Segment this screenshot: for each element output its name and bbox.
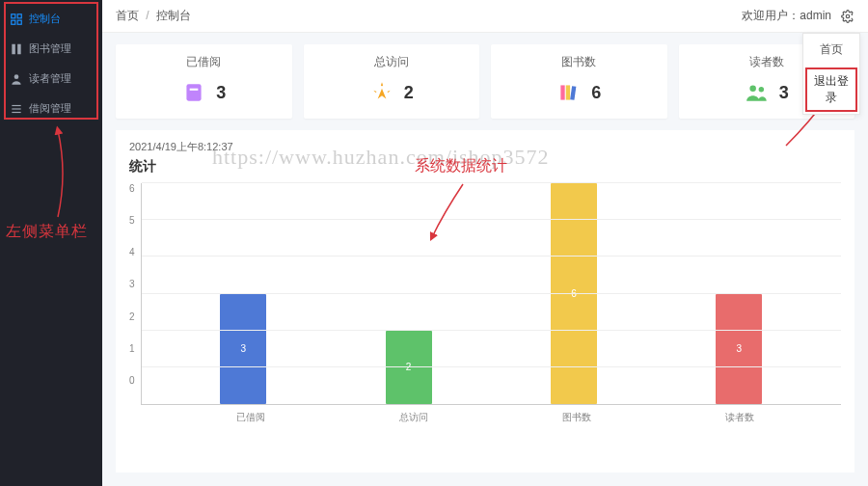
sidebar-item-label: 控制台 — [29, 12, 61, 26]
stat-value: 6 — [591, 83, 601, 103]
y-tick: 0 — [129, 375, 135, 386]
grid-line — [142, 330, 841, 331]
sidebar-item-label: 借阅管理 — [29, 101, 71, 116]
grid-line — [142, 256, 841, 256]
sidebar-item-label: 图书管理 — [29, 41, 71, 56]
svg-rect-0 — [12, 14, 15, 17]
dashboard-icon — [10, 13, 23, 26]
stats-row: 已借阅 3 总访问 2 图书数 — [102, 33, 868, 126]
svg-rect-11 — [561, 85, 565, 99]
svg-rect-12 — [566, 85, 570, 99]
x-tick: 读者数 — [659, 411, 822, 424]
books-icon — [556, 80, 582, 105]
user-area: 欢迎用户：admin — [742, 8, 854, 24]
stat-title: 图书数 — [491, 54, 667, 70]
stat-card-books: 图书数 6 — [491, 44, 667, 119]
topbar: 首页 / 控制台 欢迎用户：admin — [102, 0, 868, 33]
click-icon — [369, 80, 394, 105]
chart-x-axis: 已借阅总访问图书数读者数 — [141, 405, 841, 424]
annotation-arrow-sidebar — [39, 125, 77, 222]
stat-card-visits: 总访问 2 — [304, 44, 480, 119]
stat-value: 3 — [779, 83, 789, 103]
stat-title: 已借阅 — [116, 54, 292, 70]
stat-value: 3 — [216, 83, 226, 103]
chart-plot-area: 3263 — [141, 183, 841, 405]
stat-value: 2 — [404, 83, 414, 103]
borrow-icon — [181, 80, 206, 105]
grid-line — [142, 182, 841, 183]
breadcrumb: 首页 / 控制台 — [116, 8, 191, 24]
breadcrumb-home[interactable]: 首页 — [116, 9, 139, 22]
y-tick: 2 — [129, 311, 135, 322]
stat-card-borrowed: 已借阅 3 — [116, 44, 292, 119]
svg-rect-13 — [570, 86, 576, 100]
stat-title: 总访问 — [304, 54, 480, 70]
grid-line — [142, 219, 841, 220]
panel-title: 统计 — [129, 158, 841, 176]
breadcrumb-current: 控制台 — [156, 9, 191, 22]
dropdown-item-logout[interactable]: 退出登录 — [805, 68, 857, 112]
svg-point-8 — [846, 14, 850, 18]
grid-line — [142, 366, 841, 367]
svg-rect-9 — [187, 84, 202, 100]
y-tick: 3 — [129, 279, 135, 289]
chart: 6543210 3263 已借阅总访问图书数读者数 — [129, 183, 841, 424]
x-tick: 图书数 — [496, 411, 659, 424]
sidebar-item-dashboard[interactable]: 控制台 — [0, 4, 102, 34]
chart-panel: 2021/4/19上午8:12:37 统计 6543210 3263 已借阅总访… — [116, 130, 854, 472]
chart-bar[interactable]: 3 — [716, 294, 762, 405]
gear-icon[interactable] — [841, 10, 854, 23]
y-tick: 6 — [129, 183, 135, 194]
chart-bar[interactable]: 6 — [551, 183, 597, 404]
panel-timestamp: 2021/4/19上午8:12:37 — [129, 140, 841, 154]
sidebar: 控制台 图书管理 读者管理 借阅管理 左侧菜单栏 — [0, 0, 102, 486]
y-tick: 5 — [129, 215, 135, 226]
main-content: 首页 / 控制台 欢迎用户：admin 首页 退出登录 已借阅 — [102, 0, 868, 486]
welcome-text: 欢迎用户：admin — [742, 8, 831, 24]
annotation-text-sidebar: 左侧菜单栏 — [6, 222, 88, 242]
list-icon — [10, 102, 23, 116]
svg-rect-2 — [17, 20, 21, 24]
sidebar-item-borrow[interactable]: 借阅管理 — [0, 94, 102, 123]
y-tick: 1 — [129, 343, 135, 354]
svg-point-4 — [14, 74, 19, 79]
sidebar-item-readers[interactable]: 读者管理 — [0, 64, 102, 94]
svg-point-14 — [749, 85, 756, 92]
y-tick: 4 — [129, 247, 135, 257]
svg-rect-3 — [12, 20, 15, 24]
chart-bar[interactable]: 3 — [220, 294, 266, 405]
x-tick: 已借阅 — [170, 411, 333, 424]
people-icon — [745, 80, 770, 105]
grid-line — [142, 293, 841, 294]
x-tick: 总访问 — [333, 411, 496, 424]
svg-rect-10 — [190, 89, 199, 91]
user-icon — [10, 72, 23, 86]
user-dropdown: 首页 退出登录 — [802, 33, 860, 115]
book-icon — [10, 42, 23, 56]
svg-point-15 — [758, 87, 763, 92]
chart-y-axis: 6543210 — [129, 183, 141, 386]
sidebar-item-label: 读者管理 — [29, 71, 71, 86]
dropdown-item-home[interactable]: 首页 — [803, 34, 859, 66]
breadcrumb-sep: / — [146, 9, 149, 22]
svg-rect-1 — [17, 14, 21, 17]
sidebar-item-books[interactable]: 图书管理 — [0, 34, 102, 64]
